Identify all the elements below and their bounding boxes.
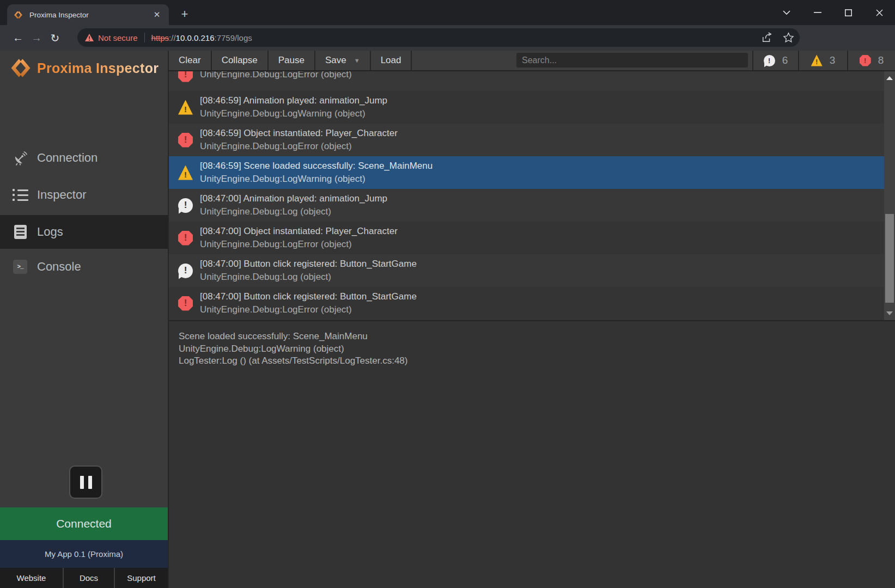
warning-count-toggle[interactable]: 3 xyxy=(799,51,847,70)
docs-link[interactable]: Docs xyxy=(64,568,114,588)
error-icon xyxy=(860,55,871,66)
log-row[interactable]: [08:46:59] Animation played: animation_J… xyxy=(169,91,895,124)
log-row[interactable]: [08:46:59] Object instantiated: Player_C… xyxy=(169,124,895,156)
save-dropdown-icon[interactable]: ▼ xyxy=(354,57,360,64)
warning-icon xyxy=(811,55,823,66)
app-info-bar: My App 0.1 (Proxima) xyxy=(0,540,168,568)
url-host: 10.0.0.216 xyxy=(176,33,215,42)
detail-line: LogTester:Log () (at Assets/TestScripts/… xyxy=(179,355,895,367)
sidebar-item-inspector[interactable]: Inspector xyxy=(0,180,168,210)
log-message: [08:47:00] Button click registered: Butt… xyxy=(200,290,417,303)
log-row[interactable]: UnityEngine.Debug:LogError (object) xyxy=(169,71,895,91)
log-row[interactable]: [08:47:00] Object instantiated: Player_C… xyxy=(169,222,895,254)
sidebar-item-label: Inspector xyxy=(37,188,87,202)
list-icon xyxy=(12,189,28,201)
tab-title: Proxima Inspector xyxy=(29,11,151,19)
log-row[interactable]: [08:47:00] Animation played: animation_J… xyxy=(169,189,895,222)
sidebar-item-label: Connection xyxy=(37,151,98,165)
url-separator: :// xyxy=(169,33,176,42)
log-stacktrace: UnityEngine.Debug:LogWarning (object) xyxy=(200,173,433,186)
connected-label: Connected xyxy=(56,517,112,530)
document-icon xyxy=(12,225,28,239)
warning-count: 3 xyxy=(830,54,836,66)
brand: Proxima Inspector xyxy=(10,57,159,79)
log-row[interactable]: [08:46:59] Scene loaded successfully: Sc… xyxy=(169,156,895,189)
new-tab-button[interactable]: + xyxy=(178,8,192,21)
omnibox-divider xyxy=(144,33,145,42)
log-detail-pane: Scene loaded successfully: Scene_MainMen… xyxy=(169,320,895,367)
sidebar-item-label: Logs xyxy=(37,225,63,239)
log-stacktrace: UnityEngine.Debug:LogError (object) xyxy=(200,140,398,153)
scrollbar-thumb[interactable] xyxy=(885,214,894,303)
sidebar-footer: Website Docs Support xyxy=(0,568,168,588)
log-row[interactable]: [08:47:00] Button click registered: Butt… xyxy=(169,254,895,287)
error-icon xyxy=(178,231,193,246)
detail-line: Scene loaded successfully: Scene_MainMen… xyxy=(179,330,895,343)
pause-stream-button[interactable] xyxy=(69,465,102,499)
clear-button[interactable]: Clear xyxy=(169,51,211,70)
sidebar: Proxima Inspector Connection xyxy=(0,51,169,588)
scroll-down-icon[interactable] xyxy=(886,311,893,315)
maximize-button[interactable] xyxy=(833,0,864,25)
tab-search-chevron-icon[interactable] xyxy=(771,0,802,25)
warning-icon xyxy=(178,166,193,180)
save-button[interactable]: Save▼ xyxy=(315,51,370,70)
browser-window: Proxima Inspector ✕ + ← → ↻ xyxy=(0,0,895,588)
pause-button[interactable]: Pause xyxy=(269,51,314,70)
address-bar: ← → ↻ Not secure https://10.0.0.216:7759… xyxy=(0,25,895,51)
close-window-button[interactable] xyxy=(864,0,895,25)
log-message: [08:47:00] Object instantiated: Player_C… xyxy=(200,225,398,238)
log-stacktrace: UnityEngine.Debug:LogError (object) xyxy=(200,71,352,81)
log-stacktrace: UnityEngine.Debug:Log (object) xyxy=(200,271,417,284)
collapse-button[interactable]: Collapse xyxy=(212,51,267,70)
tab-strip: Proxima Inspector ✕ + xyxy=(0,0,895,25)
minimize-button[interactable] xyxy=(802,0,833,25)
error-count-toggle[interactable]: 8 xyxy=(848,51,895,70)
browser-tab[interactable]: Proxima Inspector ✕ xyxy=(7,4,169,25)
reload-icon[interactable]: ↻ xyxy=(46,29,64,47)
share-icon[interactable] xyxy=(761,32,773,43)
sidebar-item-connection[interactable]: Connection xyxy=(0,143,168,173)
info-count: 6 xyxy=(782,54,788,66)
sidebar-item-label: Console xyxy=(37,260,81,274)
terminal-icon: >_ xyxy=(12,260,28,274)
log-message: [08:46:59] Animation played: animation_J… xyxy=(200,94,387,107)
log-message: [08:46:59] Scene loaded successfully: Sc… xyxy=(200,160,433,173)
info-icon xyxy=(178,264,193,278)
back-icon[interactable]: ← xyxy=(9,29,27,47)
website-link[interactable]: Website xyxy=(0,568,63,588)
sidebar-item-console[interactable]: >_ Console xyxy=(0,252,168,282)
url-path: :7759/logs xyxy=(215,33,252,42)
sidebar-item-logs[interactable]: Logs xyxy=(0,215,168,249)
pause-icon xyxy=(80,476,84,489)
error-icon xyxy=(178,133,193,148)
error-icon xyxy=(178,296,193,311)
detail-line: UnityEngine.Debug:LogWarning (object) xyxy=(179,343,895,356)
tab-close-icon[interactable]: ✕ xyxy=(151,9,162,20)
load-button[interactable]: Load xyxy=(371,51,411,70)
proxima-favicon-icon xyxy=(14,10,23,20)
info-count-toggle[interactable]: 6 xyxy=(753,51,798,70)
proxima-logo-icon xyxy=(10,57,32,79)
log-stacktrace: UnityEngine.Debug:LogError (object) xyxy=(200,303,417,316)
scroll-up-icon[interactable] xyxy=(886,76,893,80)
warning-icon xyxy=(178,100,193,115)
support-link[interactable]: Support xyxy=(115,568,168,588)
log-stacktrace: UnityEngine.Debug:Log (object) xyxy=(200,205,387,218)
connection-status-badge: Connected xyxy=(0,507,168,540)
bookmark-star-icon[interactable] xyxy=(783,32,794,43)
url-scheme: https xyxy=(151,33,169,42)
app-label: My App 0.1 (Proxima) xyxy=(45,549,123,559)
omnibox[interactable]: Not secure https://10.0.0.216:7759/logs xyxy=(77,28,800,47)
log-list-scrollbar[interactable] xyxy=(884,71,895,320)
error-count: 8 xyxy=(878,54,884,66)
log-row[interactable]: [08:47:00] Button click registered: Butt… xyxy=(169,287,895,320)
not-secure-label[interactable]: Not secure xyxy=(98,33,138,42)
search-input[interactable] xyxy=(516,53,748,68)
logs-panel: Clear Collapse Pause Save▼ Load 6 xyxy=(169,51,895,588)
info-icon xyxy=(764,55,775,66)
info-icon xyxy=(178,198,193,213)
forward-icon[interactable]: → xyxy=(27,29,46,47)
url-text[interactable]: https://10.0.0.216:7759/logs xyxy=(151,33,761,42)
log-stacktrace: UnityEngine.Debug:LogError (object) xyxy=(200,238,398,251)
